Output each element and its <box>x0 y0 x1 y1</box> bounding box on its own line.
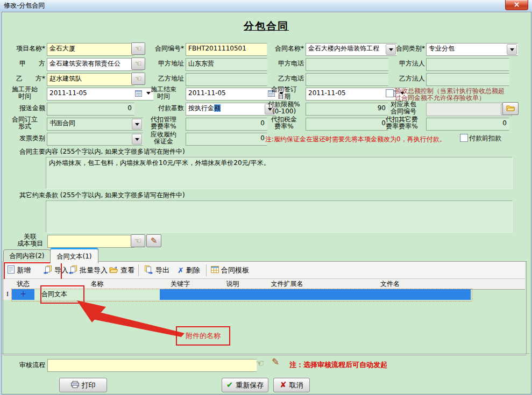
cancel-button-label: 取消 <box>289 380 303 390</box>
deposit-input[interactable]: 0 <box>186 133 267 146</box>
tab-contract-text[interactable]: 合同文本(1) <box>50 248 98 263</box>
open-folder-icon <box>109 266 118 275</box>
contract-no-label: 合同编号* <box>143 45 184 52</box>
hand-select-icon[interactable]: ☜ <box>256 358 264 368</box>
party-b-legal-label: 乙方法人 <box>383 75 425 82</box>
table-header-extension[interactable]: 文件扩展名 <box>265 279 310 290</box>
start-date-input[interactable]: 2011-11-05 <box>47 88 154 100</box>
payment-limit-input[interactable]: 90 <box>306 103 388 116</box>
export-button[interactable]: 导出 <box>144 264 169 276</box>
contract-form-select[interactable]: 书面合同 <box>47 118 143 131</box>
cancel-x-icon: ✘ <box>280 381 287 389</box>
acceptance-control-checkbox[interactable] <box>386 89 394 97</box>
attachment-filename-cell[interactable] <box>309 289 471 300</box>
party-a-phone-input[interactable] <box>306 58 388 71</box>
annotation-label: 附件的名称 <box>186 331 221 341</box>
related-cost-label: 关联 成本项目 <box>15 233 45 247</box>
main-content-label: 合同主要内容 (255个字以内, 如果文字很多请写在附件中) <box>19 148 288 155</box>
table-header-description[interactable]: 说明 <box>201 279 265 290</box>
project-name-label: 项目名称* <box>3 45 45 52</box>
tax-fee-input[interactable]: 0 <box>306 118 388 131</box>
close-button[interactable]: × <box>505 0 528 10</box>
hand-select-icon: ☜ <box>134 75 141 83</box>
party-a-phone-label: 甲方电话 <box>264 60 304 67</box>
browse-contract-button[interactable] <box>502 102 519 115</box>
chevron-down-icon[interactable] <box>132 134 142 145</box>
pre-payment-deduct-label: 付款前扣款 <box>469 135 507 142</box>
payment-base-select[interactable]: 按执行金额 <box>186 103 276 116</box>
chevron-down-icon[interactable] <box>132 119 142 130</box>
check-icon: ✔ <box>226 381 233 389</box>
cancel-button[interactable]: ✘ 取消 <box>273 378 310 392</box>
party-b-phone-input[interactable] <box>306 73 388 86</box>
annotation-label-box: 附件的名称 <box>176 326 230 346</box>
attachment-status-cell[interactable]: + <box>12 289 34 300</box>
party-a-legal-input[interactable] <box>426 58 509 71</box>
export-button-label: 导出 <box>155 265 169 275</box>
batch-import-button-label: 批量导入 <box>80 265 108 275</box>
template-button-label: 合同模板 <box>221 265 249 275</box>
table-header-keyword[interactable]: 关键字 <box>160 279 201 290</box>
hand-select-icon: ☜ <box>134 237 141 245</box>
party-b-address-input[interactable] <box>186 73 267 86</box>
related-cost-input[interactable] <box>47 235 134 248</box>
folder-icon <box>506 104 515 113</box>
table-header-filename[interactable]: 文件名 <box>309 279 471 290</box>
printer-icon <box>71 381 79 390</box>
delete-button-label: 删除 <box>186 265 200 275</box>
party-b-input[interactable]: 赵水建筑队 <box>47 73 134 86</box>
related-cost-clear-button[interactable]: ✎ <box>146 234 161 247</box>
contract-no-input[interactable]: FBHT2011110501 <box>186 43 267 56</box>
delete-x-icon: ✗ <box>178 267 184 274</box>
mgmt-fee-label: 代扣管理 费费率% <box>144 116 183 130</box>
matching-contract-label: 对应承包 合同编号 <box>383 101 424 115</box>
invoice-type-select[interactable] <box>47 133 143 146</box>
review-flow-input[interactable] <box>47 359 257 372</box>
table-header-indicator <box>3 279 12 290</box>
delete-button[interactable]: ✗ 删除 <box>178 264 200 276</box>
view-button-label: 查看 <box>120 265 134 275</box>
main-content-textarea[interactable]: 内外墙抹灰，包工包料，内墙抹灰单价10元/平米，外墙抹灰单价20元/平米。 <box>46 157 513 189</box>
chevron-down-icon[interactable] <box>507 44 517 55</box>
attachment-description-cell[interactable] <box>201 289 265 300</box>
party-a-select[interactable]: 金石建筑安装有限责任公 <box>47 58 143 71</box>
report-amount-input[interactable]: 0 <box>47 103 134 116</box>
print-button[interactable]: 打印 <box>59 378 107 392</box>
view-button[interactable]: 查看 <box>109 264 134 276</box>
calendar-icon[interactable] <box>135 90 142 99</box>
mgmt-fee-input[interactable]: 0 <box>186 118 267 131</box>
party-a-label: 甲 方 <box>3 60 45 67</box>
contract-type-label: 合同类别* <box>383 45 425 52</box>
party-a-address-input[interactable]: 山东东营 <box>186 58 267 71</box>
review-flow-note: 注：选择审核流程后可自动发起 <box>289 360 387 370</box>
attachment-status-plus-icon: + <box>20 289 27 299</box>
table-header-status[interactable]: 状态 <box>12 279 35 290</box>
print-button-label: 打印 <box>82 380 96 390</box>
footer-separator <box>2 354 530 355</box>
end-date-label: 施工结束 时间 <box>144 86 183 100</box>
party-b-label: 乙 方* <box>3 75 45 82</box>
project-name-input[interactable]: 金石大厦 <box>47 43 134 56</box>
pre-payment-deduct-checkbox[interactable] <box>460 134 468 142</box>
party-a-address-label: 甲方地址 <box>143 60 184 67</box>
attachment-extension-cell[interactable] <box>265 289 309 300</box>
deposit-label: 应收履约 保证金 <box>144 131 183 145</box>
party-b-legal-input[interactable] <box>426 73 509 86</box>
party-b-phone-label: 乙方电话 <box>264 75 304 82</box>
other-terms-textarea[interactable] <box>46 200 513 233</box>
contract-type-select[interactable]: 专业分包 <box>426 43 518 56</box>
related-cost-picker-button[interactable]: ☜ <box>131 234 145 247</box>
template-button[interactable]: 合同模板 <box>211 264 249 276</box>
other-fee-input[interactable]: 0 <box>426 118 509 131</box>
tab-contract-content[interactable]: 合同内容(2) <box>3 249 51 262</box>
pencil-icon[interactable]: ✎ <box>272 357 279 367</box>
matching-contract-select <box>426 103 512 116</box>
toolbar-separator <box>206 264 207 276</box>
table-template-icon <box>211 266 219 275</box>
start-date-value: 2011-11-05 <box>49 89 87 97</box>
attachment-keyword-cell[interactable] <box>160 289 201 300</box>
batch-import-button[interactable]: 批量导入 <box>68 264 108 276</box>
annotation-box-name-cell <box>40 285 84 304</box>
save-button[interactable]: ✔ 重新保存 <box>222 378 268 392</box>
save-button-label: 重新保存 <box>236 380 264 390</box>
